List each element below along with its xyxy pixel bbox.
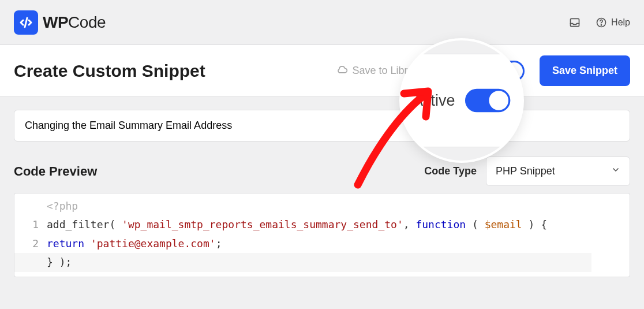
cloud-icon	[336, 64, 348, 78]
save-snippet-button[interactable]: Save Snippet	[540, 55, 630, 86]
inbox-icon[interactable]	[568, 16, 581, 29]
svg-line-0	[25, 18, 27, 27]
chevron-down-icon	[611, 165, 620, 177]
help-label: Help	[611, 17, 630, 28]
code-type-select[interactable]: PHP Snippet	[486, 157, 630, 186]
active-toggle-label: Active	[437, 63, 475, 79]
snippet-title-input[interactable]	[14, 110, 630, 142]
svg-rect-1	[571, 18, 579, 26]
code-type-label: Code Type	[424, 165, 477, 177]
page-title: Create Custom Snippet	[14, 61, 205, 81]
brand-name: WPCode	[43, 13, 106, 32]
page-bar: Create Custom Snippet Save to Library Ac…	[0, 45, 644, 97]
help-icon	[595, 16, 608, 29]
code-type-group: Code Type PHP Snippet	[424, 157, 630, 186]
active-toggle-group: Active	[433, 61, 529, 81]
save-to-library-button[interactable]: Save to Library	[336, 64, 422, 78]
code-body[interactable]: <?phpadd_filter( 'wp_mail_smtp_reports_e…	[43, 193, 630, 272]
code-type-value: PHP Snippet	[496, 165, 555, 177]
help-link[interactable]: Help	[595, 16, 630, 29]
brand-logo-icon	[14, 10, 38, 35]
svg-point-3	[601, 24, 601, 25]
code-preview-heading: Code Preview	[14, 164, 97, 179]
page-actions: Save to Library Active Save Snippet	[336, 55, 630, 86]
header-actions: Help	[568, 16, 630, 29]
code-section-header: Code Preview Code Type PHP Snippet	[14, 157, 630, 186]
brand[interactable]: WPCode	[14, 10, 106, 35]
save-to-library-label: Save to Library	[353, 65, 422, 77]
toggle-knob	[506, 62, 523, 80]
content-area: Code Preview Code Type PHP Snippet 0123 …	[0, 97, 644, 290]
global-header: WPCode Help	[0, 0, 644, 45]
code-editor[interactable]: 0123 <?phpadd_filter( 'wp_mail_smtp_repo…	[14, 193, 630, 277]
active-toggle[interactable]	[484, 61, 525, 81]
